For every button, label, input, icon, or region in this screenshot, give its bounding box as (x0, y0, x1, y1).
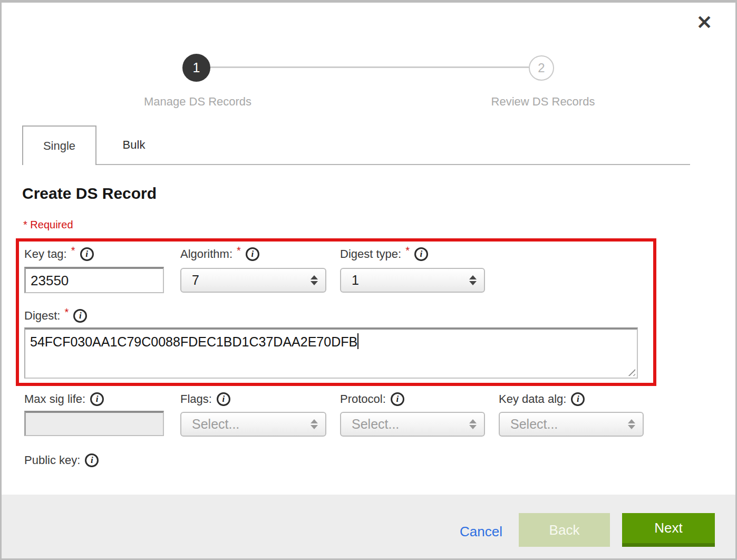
algorithm-label-text: Algorithm: (180, 247, 232, 261)
key-data-alg-select[interactable]: Select... (499, 412, 644, 437)
close-icon[interactable]: ✕ (696, 13, 712, 32)
key-tag-info-icon[interactable]: i (80, 247, 94, 261)
spinner-arrows-icon (311, 419, 318, 429)
next-button[interactable]: Next (622, 513, 715, 547)
public-key-label-text: Public key: (24, 453, 80, 467)
tab-bulk[interactable]: Bulk (96, 125, 171, 164)
required-star: * (237, 245, 241, 257)
key-data-alg-info-icon[interactable]: i (571, 392, 585, 406)
text-cursor (357, 333, 358, 349)
protocol-label: Protocol: i (340, 391, 404, 407)
flags-select[interactable]: Select... (180, 412, 326, 437)
flags-label-text: Flags: (180, 392, 212, 406)
flags-select-value: Select... (192, 417, 311, 432)
digest-info-icon[interactable]: i (73, 309, 87, 323)
stepper-step-2-circle: 2 (529, 55, 554, 81)
public-key-info-icon[interactable]: i (85, 453, 99, 467)
key-tag-label: Key tag: * i (24, 246, 94, 262)
algorithm-info-icon[interactable]: i (246, 247, 259, 261)
digest-type-select[interactable]: 1 (340, 268, 485, 293)
protocol-select[interactable]: Select... (340, 412, 485, 437)
digest-type-label: Digest type: * i (340, 246, 428, 262)
digest-type-info-icon[interactable]: i (414, 247, 428, 261)
digest-type-label-text: Digest type: (340, 247, 401, 261)
algorithm-select[interactable]: 7 (180, 268, 326, 293)
max-sig-life-label: Max sig life: i (24, 391, 104, 407)
algorithm-label: Algorithm: * i (180, 246, 259, 262)
tab-single[interactable]: Single (22, 125, 96, 165)
required-star: * (64, 306, 69, 318)
stepper-step-1-circle: 1 (182, 54, 210, 82)
max-sig-life-input[interactable] (24, 411, 164, 436)
max-sig-life-info-icon[interactable]: i (90, 392, 104, 406)
stepper-connector (210, 66, 529, 68)
cancel-button[interactable]: Cancel (460, 524, 502, 540)
algorithm-select-value: 7 (192, 273, 311, 288)
key-tag-input[interactable] (24, 267, 164, 293)
digest-label-text: Digest: (24, 309, 60, 323)
protocol-select-value: Select... (352, 417, 469, 432)
stepper-step-2-label: Review DS Records (436, 95, 650, 109)
key-data-alg-label: Key data alg: i (499, 391, 585, 407)
flags-label: Flags: i (180, 391, 230, 407)
digest-value: 54FCF030AA1C79C0088FDEC1BD1C37DAA2E70DFB (30, 334, 357, 349)
tab-bar-divider (22, 164, 690, 165)
digest-textarea[interactable]: 54FCF030AA1C79C0088FDEC1BD1C37DAA2E70DFB (24, 327, 638, 379)
key-data-alg-select-value: Select... (510, 417, 628, 432)
required-star: * (71, 245, 75, 257)
public-key-label: Public key: i (24, 452, 99, 468)
flags-info-icon[interactable]: i (217, 392, 230, 406)
stepper-step-1-label: Manage DS Records (91, 95, 305, 109)
max-sig-life-label-text: Max sig life: (24, 392, 85, 406)
spinner-arrows-icon (469, 419, 477, 429)
page-title: Create DS Record (22, 185, 157, 202)
key-data-alg-label-text: Key data alg: (499, 392, 566, 406)
digest-type-select-value: 1 (352, 273, 469, 288)
digest-label: Digest: * i (24, 308, 87, 324)
key-tag-label-text: Key tag: (24, 247, 67, 261)
spinner-arrows-icon (469, 275, 477, 285)
protocol-info-icon[interactable]: i (391, 392, 404, 406)
required-note: * Required (23, 219, 73, 231)
spinner-arrows-icon (628, 419, 635, 429)
back-button[interactable]: Back (519, 513, 610, 547)
required-star: * (405, 245, 410, 257)
resize-handle[interactable] (626, 366, 635, 376)
spinner-arrows-icon (311, 275, 318, 285)
protocol-label-text: Protocol: (340, 392, 386, 406)
create-ds-record-modal: ✕ 1 2 Manage DS Records Review DS Record… (0, 0, 737, 560)
